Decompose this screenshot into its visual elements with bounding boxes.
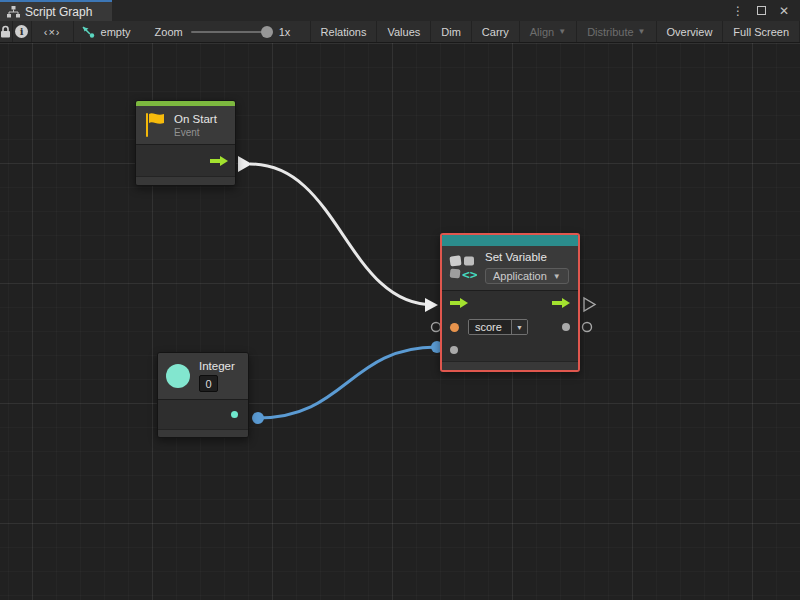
node-title: Set Variable (485, 251, 569, 263)
set-variable-outer-output-circle[interactable] (583, 323, 592, 332)
selection-pointer-icon (82, 26, 96, 38)
window-menu-icon[interactable]: ⋮ (730, 3, 746, 19)
lock-icon (0, 25, 11, 38)
fullscreen-button[interactable]: Full Screen (723, 21, 800, 42)
value-wire-start-dot (252, 412, 264, 424)
control-output-port[interactable] (552, 298, 570, 308)
connection-values-button[interactable]: ‹×› (32, 21, 74, 42)
control-output-port[interactable] (210, 156, 228, 166)
connection-layer (0, 43, 800, 600)
node-integer[interactable]: Integer 0 (157, 352, 249, 438)
set-variable-header: <> Set Variable Application ▼ (442, 246, 578, 290)
chevron-down-icon[interactable]: ▼ (511, 320, 527, 334)
lock-button[interactable] (0, 21, 13, 42)
node-title: On Start (174, 113, 217, 125)
integer-value-field[interactable]: 0 (199, 375, 218, 392)
variable-scope-dropdown[interactable]: Application ▼ (485, 268, 569, 284)
node-title: Integer (199, 360, 235, 372)
carry-button[interactable]: Carry (472, 21, 520, 42)
selection-indicator: empty (82, 26, 131, 38)
relations-button[interactable]: Relations (311, 21, 378, 42)
graph-hierarchy-icon (7, 6, 20, 18)
dim-button[interactable]: Dim (431, 21, 472, 42)
tab-script-graph[interactable]: Script Graph (0, 0, 112, 21)
set-variable-ports: score ▼ (442, 291, 578, 361)
integer-output-port[interactable] (231, 411, 238, 418)
control-input-port[interactable] (450, 298, 468, 308)
variable-name-select[interactable]: score ▼ (468, 319, 528, 335)
info-button[interactable]: i (13, 21, 32, 42)
chevron-down-icon: ▼ (558, 27, 566, 36)
connection-value-wire[interactable] (258, 347, 437, 418)
window-titlebar: Script Graph ⋮ ✕ (0, 0, 800, 21)
integer-footer (158, 429, 248, 437)
integer-type-icon (166, 364, 190, 388)
on-start-header: On Start Event (136, 106, 235, 144)
integer-ports (158, 400, 248, 429)
info-icon: i (15, 25, 28, 38)
zoom-label: Zoom (155, 26, 183, 38)
zoom-slider-handle[interactable] (261, 26, 273, 38)
value-output-port[interactable] (562, 323, 570, 331)
on-start-outer-port-arrow[interactable] (238, 156, 252, 172)
align-dropdown-button[interactable]: Align ▼ (520, 21, 577, 42)
close-icon[interactable]: ✕ (776, 3, 792, 19)
graph-canvas[interactable]: On Start Event <> Set Variable (0, 43, 800, 600)
node-set-variable[interactable]: <> Set Variable Application ▼ (440, 233, 580, 372)
zoom-slider[interactable] (191, 31, 271, 33)
window-controls: ⋮ ✕ (730, 0, 800, 21)
connection-control-wire[interactable] (250, 164, 434, 305)
variable-name-value: score (469, 320, 511, 334)
tab-label: Script Graph (25, 5, 92, 19)
variable-name-port[interactable] (450, 323, 459, 332)
graph-toolbar: i ‹×› empty Zoom 1x Relations Values Dim… (0, 21, 800, 43)
node-on-start[interactable]: On Start Event (135, 100, 236, 186)
distribute-dropdown-button[interactable]: Distribute ▼ (577, 21, 656, 42)
chevron-down-icon: ▼ (553, 272, 561, 281)
node-subtitle: Event (174, 127, 217, 138)
toolbar-middle-segment: empty Zoom 1x (74, 21, 311, 42)
integer-header: Integer 0 (158, 353, 248, 399)
zoom-control: Zoom 1x (155, 26, 291, 38)
maximize-icon[interactable] (753, 3, 769, 19)
selection-label: empty (101, 26, 131, 38)
zoom-value: 1x (279, 26, 291, 38)
variables-icon: <> (449, 254, 477, 281)
set-variable-outer-exit-triangle[interactable] (584, 298, 595, 311)
values-button[interactable]: Values (377, 21, 431, 42)
flag-icon (144, 112, 166, 138)
variable-color-bar (442, 235, 578, 246)
set-variable-footer (442, 361, 578, 370)
on-start-footer (136, 176, 235, 185)
on-start-ports (136, 145, 235, 176)
svg-text:<>: <> (462, 267, 477, 281)
connection-arrowhead (425, 298, 438, 312)
overview-button[interactable]: Overview (657, 21, 724, 42)
value-input-port[interactable] (450, 346, 458, 354)
code-icon: ‹×› (44, 26, 61, 38)
chevron-down-icon: ▼ (638, 27, 646, 36)
